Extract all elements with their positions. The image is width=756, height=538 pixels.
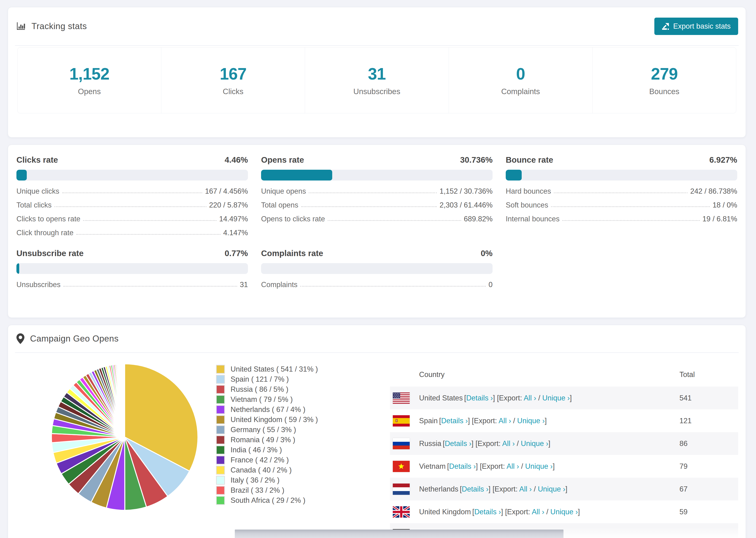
dotted-leader xyxy=(551,206,710,207)
export-unique-link[interactable]: Unique › xyxy=(550,508,578,516)
legend-item-india[interactable]: India ( 46 / 3% ) xyxy=(216,445,318,455)
details-link[interactable]: Details › xyxy=(474,508,501,516)
legend-item-united-kingdom[interactable]: United Kingdom ( 59 / 3% ) xyxy=(216,414,318,425)
details-link[interactable]: Details › xyxy=(449,462,476,470)
dotted-leader xyxy=(83,220,216,221)
details-link[interactable]: Details › xyxy=(441,417,468,425)
legend-swatch xyxy=(216,466,225,475)
details-link[interactable]: Details › xyxy=(445,439,471,448)
rate-row: Total clicks220 / 5.87% xyxy=(17,198,248,212)
rate-head: Clicks rate4.46% xyxy=(17,154,248,166)
dotted-leader xyxy=(562,220,700,221)
bracket: ] xyxy=(545,417,547,425)
export-unique-link[interactable]: Unique › xyxy=(517,417,545,425)
bracket: ] xyxy=(570,394,572,402)
export-unique-link[interactable]: Unique › xyxy=(538,485,566,493)
rate-row-label: Opens to clicks rate xyxy=(261,215,325,223)
export-unique-link[interactable]: Unique › xyxy=(525,462,553,470)
legend-item-united-states[interactable]: United States ( 541 / 31% ) xyxy=(216,364,318,374)
export-all-link[interactable]: All › xyxy=(502,439,514,448)
details-link[interactable]: Details › xyxy=(462,485,489,493)
pie-svg[interactable] xyxy=(44,356,206,518)
legend-label: Vietnam ( 79 / 5% ) xyxy=(231,395,293,404)
dotted-leader xyxy=(328,220,461,221)
bracket: [ xyxy=(472,508,474,516)
tracking-stats-title-group: Tracking stats xyxy=(15,21,87,31)
export-all-link[interactable]: All › xyxy=(499,417,511,425)
details-link[interactable]: Details › xyxy=(466,394,493,402)
country-cell: Vietnam[Details ›] [Export: All › / Uniq… xyxy=(390,461,664,472)
export-all-link[interactable]: All › xyxy=(519,485,531,493)
legend-item-romania[interactable]: Romania ( 49 / 3% ) xyxy=(216,435,318,445)
total-cell: 86 xyxy=(664,439,738,448)
rate-row: Internal bounces19 / 6.81% xyxy=(506,212,737,226)
country-cell: United States[Details ›] [Export: All › … xyxy=(390,393,664,404)
rate-row: Opens to clicks rate689.82% xyxy=(261,212,493,226)
legend-item-netherlands[interactable]: Netherlands ( 67 / 4% ) xyxy=(216,404,318,414)
rate-rows: Unique opens1,152 / 30.736%Total opens2,… xyxy=(261,184,493,226)
total-cell: 541 xyxy=(664,394,738,402)
geo-pie-chart[interactable] xyxy=(16,355,206,538)
rate-row: Total opens2,303 / 61.446% xyxy=(261,198,493,212)
geo-table-body: United States[Details ›] [Export: All › … xyxy=(390,387,738,538)
legend-item-canada[interactable]: Canada ( 40 / 2% ) xyxy=(216,465,318,475)
export-button-label: Export basic stats xyxy=(673,22,730,30)
export-prefix: [Export: xyxy=(480,462,507,470)
stat-label: Complaints xyxy=(501,87,540,96)
legend-item-south-africa[interactable]: South Africa ( 29 / 2% ) xyxy=(216,495,318,506)
export-unique-link[interactable]: Unique › xyxy=(542,394,570,402)
rate-section-unsubscribe-rate: Unsubscribe rate0.77%Unsubscribes31 xyxy=(17,248,248,292)
country-name: Netherlands xyxy=(419,485,458,493)
country-name: Russia xyxy=(419,439,441,448)
spain-flag-icon xyxy=(393,415,410,426)
legend-swatch xyxy=(216,385,225,394)
legend-item-vietnam[interactable]: Vietnam ( 79 / 5% ) xyxy=(216,394,318,404)
export-all-link[interactable]: All › xyxy=(523,394,536,402)
legend-item-italy[interactable]: Italy ( 36 / 2% ) xyxy=(216,475,318,485)
rate-value: 6.927% xyxy=(709,154,737,166)
export-basic-stats-button[interactable]: Export basic stats xyxy=(654,18,738,35)
rates-panel: Clicks rate4.46%Unique clicks167 / 4.456… xyxy=(8,144,746,318)
country-cell: United Kingdom[Details ›] [Export: All ›… xyxy=(390,506,664,517)
legend-swatch xyxy=(216,456,225,464)
rate-head: Complaints rate0% xyxy=(261,248,493,259)
rate-row-label: Soft bounces xyxy=(506,201,548,209)
country-name: United States xyxy=(419,394,463,402)
stat-cell-bounces: 279Bounces xyxy=(593,47,736,113)
rate-row-value: 2,303 / 61.446% xyxy=(440,201,493,209)
rate-row: Click through rate4.147% xyxy=(17,226,248,240)
legend-item-brazil[interactable]: Brazil ( 33 / 2% ) xyxy=(216,485,318,495)
horizontal-scrollbar-thumb[interactable] xyxy=(235,529,564,538)
stats-row: 1,152Opens167Clicks31Unsubscribes0Compla… xyxy=(17,47,736,113)
legend-item-france[interactable]: France ( 42 / 2% ) xyxy=(216,455,318,465)
bracket: ] xyxy=(476,462,480,470)
export-unique-link[interactable]: Unique › xyxy=(521,439,548,448)
export-all-link[interactable]: All › xyxy=(507,462,519,470)
rate-row-value: 31 xyxy=(240,281,248,288)
legend-item-spain[interactable]: Spain ( 121 / 7% ) xyxy=(216,374,318,384)
rate-row-value: 4.147% xyxy=(223,229,248,237)
geo-panel: Campaign Geo Opens United States ( 541 /… xyxy=(8,325,746,538)
country-links: [Details ›] [Export: All › / Unique ›] xyxy=(443,439,550,448)
rate-row-label: Unsubscribes xyxy=(17,281,61,288)
geo-header: Campaign Geo Opens xyxy=(15,325,739,353)
legend-item-germany[interactable]: Germany ( 55 / 3% ) xyxy=(216,425,318,435)
legend-item-russia[interactable]: Russia ( 86 / 5% ) xyxy=(216,384,318,394)
progress-fill xyxy=(17,170,27,181)
vietnam-flag-icon xyxy=(393,461,410,472)
legend-swatch xyxy=(216,446,225,455)
table-row-vietnam: Vietnam[Details ›] [Export: All › / Uniq… xyxy=(390,455,738,478)
legend-label: Netherlands ( 67 / 4% ) xyxy=(231,405,305,414)
export-all-link[interactable]: All › xyxy=(532,508,544,516)
export-prefix: [Export: xyxy=(475,439,502,448)
stat-label: Clicks xyxy=(223,87,243,96)
rate-head: Opens rate30.736% xyxy=(261,154,493,166)
legend-swatch xyxy=(216,496,225,505)
country-links: [Details ›] [Export: All › / Unique ›] xyxy=(439,417,547,425)
progress-track xyxy=(17,263,248,274)
bracket: [ xyxy=(464,394,466,402)
bracket: ] xyxy=(471,439,475,448)
bar-chart-icon xyxy=(17,22,26,31)
rate-row-value: 18 / 0% xyxy=(713,201,737,209)
legend-swatch xyxy=(216,415,225,424)
